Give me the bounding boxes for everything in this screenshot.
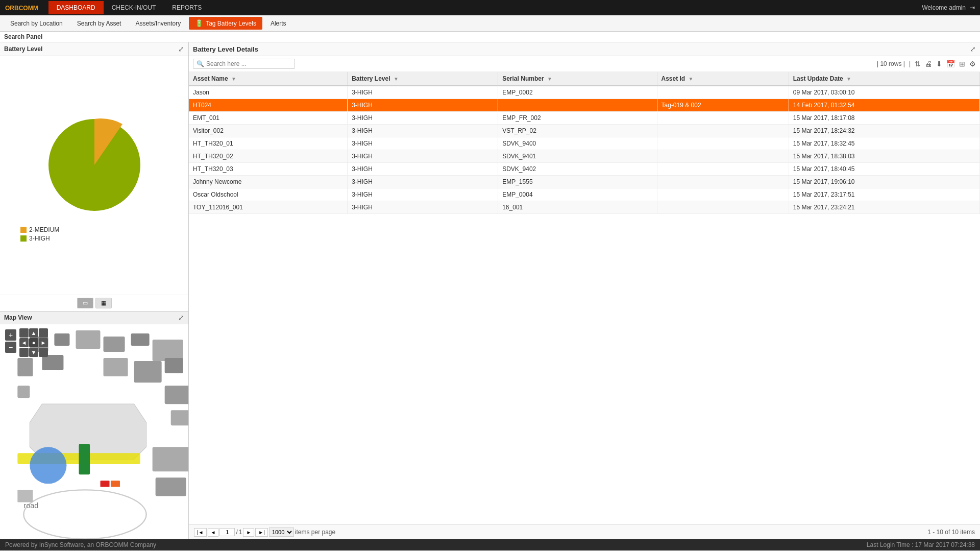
table-row[interactable]: HT_TH320_03 3-HIGH SDVK_9402 15 Mar 2017… xyxy=(189,163,980,176)
cell-last-update: 09 Mar 2017, 03:00:10 xyxy=(789,86,979,99)
sort-icon[interactable]: ⇅ xyxy=(915,60,921,68)
footer: Powered by InSync Software, an ORBCOMM C… xyxy=(0,539,980,550)
svg-point-18 xyxy=(23,490,146,539)
settings-icon[interactable]: ⚙ xyxy=(969,60,976,68)
map-view-header: Map View ⤢ xyxy=(0,312,188,324)
table-body: Jason 3-HIGH EMP_0002 09 Mar 2017, 03:00… xyxy=(189,86,980,214)
table-row[interactable]: Oscar Oldschool 3-HIGH EMP_0004 15 Mar 2… xyxy=(189,188,980,201)
cell-serial-number: EMP_FR_002 xyxy=(498,112,657,125)
nav-tab-dashboard[interactable]: DASHBOARD xyxy=(48,1,104,14)
print-icon[interactable]: 🖨 xyxy=(925,60,932,68)
zoom-out-button[interactable]: − xyxy=(5,342,16,353)
svg-rect-20 xyxy=(153,447,188,471)
map-nav-upleft[interactable] xyxy=(19,328,29,338)
expand-map-icon[interactable]: ⤢ xyxy=(178,314,184,322)
details-header: Battery Level Details ⤢ xyxy=(189,42,980,56)
cell-asset-id xyxy=(657,112,789,125)
legend-high-color xyxy=(20,235,27,242)
table-row[interactable]: TOY_112016_001 3-HIGH 16_001 15 Mar 2017… xyxy=(189,201,980,214)
page-input[interactable] xyxy=(219,528,235,536)
col-last-update[interactable]: Last Update Date ▼ xyxy=(789,72,979,86)
map-nav-upright[interactable] xyxy=(39,328,48,338)
welcome-label: Welcome admin xyxy=(922,4,966,11)
table-row[interactable]: Johnny Newcome 3-HIGH EMP_1555 15 Mar 20… xyxy=(189,176,980,188)
cell-last-update: 15 Mar 2017, 23:17:51 xyxy=(789,188,979,201)
cell-serial-number: SDVK_9401 xyxy=(498,150,657,163)
svg-rect-2 xyxy=(76,330,100,349)
expand-details-icon[interactable]: ⤢ xyxy=(970,45,976,53)
nav-search-location[interactable]: Search by Location xyxy=(4,17,69,30)
table-row[interactable]: HT_TH320_01 3-HIGH SDVK_9400 15 Mar 2017… xyxy=(189,137,980,150)
next-page-button[interactable]: ► xyxy=(243,528,254,537)
map-nav-right[interactable]: ► xyxy=(39,338,48,347)
bar-view-button[interactable]: ▦ xyxy=(95,298,112,308)
nav-tag-battery[interactable]: 🔋 Tag Battery Levels xyxy=(189,17,262,30)
svg-rect-10 xyxy=(165,358,183,373)
zoom-in-button[interactable]: + xyxy=(5,329,16,341)
pie-view-button[interactable]: ▭ xyxy=(77,298,93,308)
right-panel: Battery Level Details ⤢ 🔍 | 10 rows | | … xyxy=(189,42,980,539)
table-row[interactable]: HT024 3-HIGH Tag-019 & 002 14 Feb 2017, … xyxy=(189,99,980,112)
filter-battery-level-icon[interactable]: ▼ xyxy=(394,76,399,82)
map-nav-center[interactable]: ● xyxy=(29,338,38,347)
cell-battery-level: 3-HIGH xyxy=(348,150,498,163)
legend-medium: 2-MEDIUM xyxy=(20,226,59,233)
nav-search-asset[interactable]: Search by Asset xyxy=(71,17,128,30)
legend-medium-color xyxy=(20,227,27,233)
first-page-button[interactable]: |◄ xyxy=(194,528,207,537)
col-serial-number[interactable]: Serial Number ▼ xyxy=(498,72,657,86)
battery-icon: 🔋 xyxy=(195,19,203,27)
calendar-icon[interactable]: 📅 xyxy=(946,60,955,68)
filter-last-update-icon[interactable]: ▼ xyxy=(846,76,851,82)
cell-battery-level: 3-HIGH xyxy=(348,188,498,201)
map-nav-down[interactable]: ▼ xyxy=(29,348,38,357)
map-blue-marker xyxy=(30,447,66,484)
expand-left-icon[interactable]: ⤢ xyxy=(178,45,184,53)
last-page-button[interactable]: ►| xyxy=(255,528,268,537)
table-row[interactable]: EMT_001 3-HIGH EMP_FR_002 15 Mar 2017, 1… xyxy=(189,112,980,125)
download-icon[interactable]: ⬇ xyxy=(936,60,942,68)
filter-serial-number-icon[interactable]: ▼ xyxy=(547,76,552,82)
map-nav-downleft[interactable] xyxy=(19,348,29,357)
cell-battery-level: 3-HIGH xyxy=(348,163,498,176)
nav-tab-reports[interactable]: REPORTS xyxy=(164,1,210,14)
map-view-section: Map View ⤢ + − ▲ ◄ ● ► ▼ xyxy=(0,311,188,540)
search-input[interactable] xyxy=(206,60,283,67)
cell-asset-name: Oscar Oldschool xyxy=(189,188,348,201)
nav-alerts[interactable]: Alerts xyxy=(264,17,292,30)
map-nav-left[interactable]: ◄ xyxy=(19,338,29,347)
svg-rect-3 xyxy=(104,337,125,352)
logout-icon[interactable]: ⇥ xyxy=(970,4,975,11)
col-battery-level[interactable]: Battery Level ▼ xyxy=(348,72,498,86)
map-canvas: + − ▲ ◄ ● ► ▼ xyxy=(0,324,188,539)
map-zoom-controls: + − xyxy=(5,329,16,353)
nav-assets-inventory[interactable]: Assets/Inventory xyxy=(129,17,187,30)
svg-text:road: road xyxy=(23,501,38,510)
cell-last-update: 14 Feb 2017, 01:32:54 xyxy=(789,99,979,112)
table-header: Asset Name ▼ Battery Level ▼ Serial Numb… xyxy=(189,72,980,86)
per-page-select[interactable]: 1000 500 100 50 xyxy=(269,528,294,537)
cell-asset-id: Tag-019 & 002 xyxy=(657,99,789,112)
filter-asset-id-icon[interactable]: ▼ xyxy=(689,76,694,82)
prev-page-button[interactable]: ◄ xyxy=(208,528,219,537)
cell-serial-number xyxy=(498,99,657,112)
col-asset-name[interactable]: Asset Name ▼ xyxy=(189,72,348,86)
page-separator: / xyxy=(236,529,237,536)
table-controls: | 10 rows | | ⇅ 🖨 ⬇ 📅 ⊞ ⚙ xyxy=(877,60,976,68)
table-row[interactable]: Visitor_002 3-HIGH VST_RP_02 15 Mar 2017… xyxy=(189,125,980,137)
legend-medium-label: 2-MEDIUM xyxy=(29,226,59,233)
table-row[interactable]: HT_TH320_02 3-HIGH SDVK_9401 15 Mar 2017… xyxy=(189,150,980,163)
col-asset-id[interactable]: Asset Id ▼ xyxy=(657,72,789,86)
map-nav-up[interactable]: ▲ xyxy=(29,328,38,338)
svg-rect-6 xyxy=(17,358,33,376)
filter-asset-name-icon[interactable]: ▼ xyxy=(231,76,236,82)
grid-icon[interactable]: ⊞ xyxy=(959,60,965,68)
table-row[interactable]: Jason 3-HIGH EMP_0002 09 Mar 2017, 03:00… xyxy=(189,86,980,99)
nav-tab-checkin[interactable]: CHECK-IN/OUT xyxy=(104,1,164,14)
svg-rect-4 xyxy=(131,333,150,346)
cell-serial-number: EMP_0004 xyxy=(498,188,657,201)
data-table: Asset Name ▼ Battery Level ▼ Serial Numb… xyxy=(189,72,980,214)
view-toggle: ▭ ▦ xyxy=(0,295,188,311)
search-panel-label: Search Panel xyxy=(4,33,42,40)
map-nav-downright[interactable] xyxy=(39,348,48,357)
